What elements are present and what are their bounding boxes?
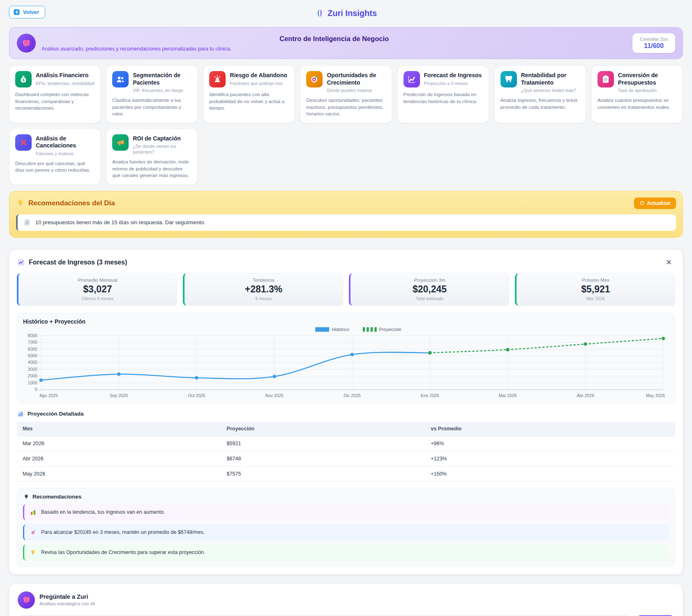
feature-card-rentabilidad-por-tratamiento[interactable]: Rentabilidad por Tratamiento ¿Qué servic… bbox=[494, 65, 586, 123]
bars-icon bbox=[30, 509, 37, 516]
banner-subtitle: Análisis avanzado, predicciones y recome… bbox=[42, 46, 627, 52]
chart-up-icon bbox=[404, 71, 420, 87]
feature-card-an-lisis-de-cancelaciones[interactable]: Análisis de Cancelaciones Patrones y mot… bbox=[9, 129, 101, 185]
brain-icon bbox=[21, 595, 32, 605]
consultas-value: 11/600 bbox=[640, 42, 668, 50]
svg-text:1000: 1000 bbox=[28, 381, 37, 385]
consultas-label: Consultas Zuri bbox=[640, 37, 668, 41]
x-mark-icon bbox=[15, 134, 32, 151]
top-bar: Volver Zuri Insights bbox=[9, 5, 683, 21]
recommendations-box: Recomendaciones Basado en la tendencia, … bbox=[17, 488, 675, 567]
target-icon bbox=[306, 71, 323, 87]
stat-value: +281.3% bbox=[189, 284, 338, 295]
svg-text:Mar 2026: Mar 2026 bbox=[498, 393, 517, 398]
feature-card-top: Forecast de Ingresos Proyección a 3 mese… bbox=[404, 71, 483, 87]
brain-icon bbox=[21, 37, 32, 49]
feature-card-title: Análisis de Cancelaciones bbox=[36, 134, 95, 149]
table-cell: May 2026 bbox=[17, 466, 221, 481]
feature-card-segmentaci-n-de-pacientes[interactable]: Segmentación de Pacientes VIP, frecuente… bbox=[106, 65, 198, 123]
megaphone-icon bbox=[112, 134, 129, 151]
svg-text:Sep 2025: Sep 2025 bbox=[110, 393, 128, 398]
feature-card-forecast-de-ingresos[interactable]: Forecast de Ingresos Proyección a 3 mese… bbox=[397, 65, 489, 123]
stat-label: Promedio Mensual bbox=[23, 278, 172, 283]
svg-text:5000: 5000 bbox=[28, 354, 37, 358]
feature-card-roi-de-captaci-n[interactable]: ROI de Captación ¿De dónde vienen tus pa… bbox=[106, 129, 198, 185]
tooth-icon bbox=[501, 71, 517, 87]
table-cell: +150% bbox=[425, 466, 675, 481]
stat-card-promedio-mensual: Promedio Mensual $3,027 Últimos 6 meses bbox=[17, 273, 177, 306]
table-row: May 2026$7575+150% bbox=[17, 466, 675, 481]
feature-card-top: Análisis de Cancelaciones Patrones y mot… bbox=[15, 134, 95, 156]
forecast-header: Forecast de Ingresos (3 meses) ✕ bbox=[17, 257, 675, 268]
feature-card-an-lisis-financiero[interactable]: $ Análisis Financiero KPIs, tendencias, … bbox=[9, 65, 101, 123]
lightbulb-icon bbox=[16, 199, 25, 207]
ask-zuri-titles: Pregúntale a Zuri Análisis estratégico c… bbox=[39, 593, 95, 606]
daily-items: 10 presupuestos tienen más de 15 días si… bbox=[16, 214, 676, 231]
feature-card-title: Rentabilidad por Tratamiento bbox=[521, 71, 580, 86]
column-header: Proyección bbox=[221, 422, 425, 436]
feature-card-subtitle: ¿De dónde vienen tus pacientes? bbox=[133, 143, 191, 155]
recommendations-title-text: Recomendaciones bbox=[32, 494, 81, 500]
projection-table-title: Proyección Detallada bbox=[17, 410, 675, 418]
feature-card-description: Descubre oportunidades: pacientes inacti… bbox=[306, 97, 385, 117]
table-row: Abr 2026$6748+123% bbox=[17, 451, 675, 466]
feature-card-riesgo-de-abandono[interactable]: Riesgo de Abandono Pacientes que podrían… bbox=[203, 65, 295, 123]
feature-card-subtitle: Proyección a 3 meses bbox=[424, 80, 482, 86]
feature-card-oportunidades-de-crecimiento[interactable]: Oportunidades de Crecimiento Dónde puede… bbox=[300, 65, 392, 123]
refresh-button[interactable]: Actualizar bbox=[634, 198, 676, 209]
recommendation-text: Basado en la tendencia, tus ingresos van… bbox=[41, 509, 165, 515]
app-title: Zuri Insights bbox=[315, 9, 377, 18]
ask-zuri-subtitle: Análisis estratégico con IA bbox=[39, 601, 95, 606]
stat-value: $20,245 bbox=[355, 284, 504, 295]
refresh-label: Actualizar bbox=[647, 200, 671, 206]
feature-card-description: Identifica pacientes con alta probabilid… bbox=[209, 91, 288, 112]
feature-card-top: Oportunidades de Crecimiento Dónde puede… bbox=[306, 71, 385, 93]
feature-card-description: Clasifica automáticamente a tus paciente… bbox=[112, 97, 191, 117]
table-cell: $6748 bbox=[221, 451, 425, 466]
feature-card-title: Conversión de Presupuestos bbox=[618, 71, 677, 86]
table-cell: +96% bbox=[425, 436, 675, 451]
forecast-chart-box: Histórico + Proyección 01000200030004000… bbox=[17, 313, 675, 403]
projection-table: MesProyecciónvs Promedio Mar 2026$5921+9… bbox=[17, 422, 675, 482]
stat-sub: 6 meses bbox=[189, 296, 338, 301]
recommendation-item: Para alcanzar $20245 en 3 meses, mantén … bbox=[23, 524, 669, 540]
feature-card-title: Forecast de Ingresos bbox=[424, 71, 482, 79]
bar-chart-icon bbox=[17, 410, 24, 418]
forecast-panel: Forecast de Ingresos (3 meses) ✕ Promedi… bbox=[9, 249, 683, 575]
stat-card-tendencia: Tendencia +281.3% 6 meses bbox=[183, 273, 343, 306]
daily-header: Recomendaciones del Día Actualizar bbox=[16, 198, 676, 209]
feature-card-conversi-n-de-presupuestos[interactable]: Conversión de Presupuestos Tasa de aprob… bbox=[591, 65, 683, 123]
feature-card-title: Análisis Financiero bbox=[36, 71, 95, 79]
back-button[interactable]: Volver bbox=[9, 6, 45, 18]
banner-text: Centro de Inteligencia de Negocio Anális… bbox=[42, 35, 627, 52]
feature-card-subtitle: VIP, frecuentes, en riesgo bbox=[133, 87, 191, 93]
feature-card-title: Riesgo de Abandono bbox=[230, 71, 287, 79]
close-button[interactable]: ✕ bbox=[662, 257, 675, 268]
banner-title: Centro de Inteligencia de Negocio bbox=[42, 35, 627, 43]
ask-zuri-panel: Pregúntale a Zuri Análisis estratégico c… bbox=[9, 584, 683, 616]
feature-card-description: Analiza ingresos, frecuencia y ticket pr… bbox=[501, 97, 580, 110]
feature-card-subtitle: Tasa de aprobación bbox=[618, 87, 677, 93]
feature-card-description: Analiza cuántos presupuestos se conviert… bbox=[597, 97, 677, 110]
zuri-avatar bbox=[17, 34, 36, 53]
table-cell: Abr 2026 bbox=[17, 451, 221, 466]
feature-card-top: Rentabilidad por Tratamiento ¿Qué servic… bbox=[501, 71, 580, 93]
zuri-avatar-small bbox=[18, 591, 35, 609]
app-title-text: Zuri Insights bbox=[328, 9, 377, 18]
stat-sub: Mar 2026 bbox=[521, 296, 670, 301]
feature-card-description: Descubre por qué cancelan, qué días son … bbox=[15, 160, 95, 174]
feature-card-top: Segmentación de Pacientes VIP, frecuente… bbox=[112, 71, 191, 93]
projection-table-title-text: Proyección Detallada bbox=[28, 411, 84, 417]
table-cell: +123% bbox=[425, 451, 675, 466]
refresh-icon bbox=[639, 200, 645, 206]
stat-sub: Total estimado bbox=[355, 296, 504, 301]
daily-title: Recomendaciones del Día bbox=[16, 199, 115, 207]
recommendation-item: Basado en la tendencia, tus ingresos van… bbox=[23, 504, 669, 520]
svg-text:8000: 8000 bbox=[28, 333, 37, 338]
table-cell: $7575 bbox=[221, 466, 425, 481]
svg-text:4000: 4000 bbox=[28, 360, 37, 365]
svg-text:6000: 6000 bbox=[28, 347, 37, 351]
feature-card-subtitle: ¿Qué servicios rinden más? bbox=[521, 87, 580, 93]
chart-title: Histórico + Proyección bbox=[23, 318, 669, 325]
forecast-title: Forecast de Ingresos (3 meses) bbox=[17, 258, 127, 267]
